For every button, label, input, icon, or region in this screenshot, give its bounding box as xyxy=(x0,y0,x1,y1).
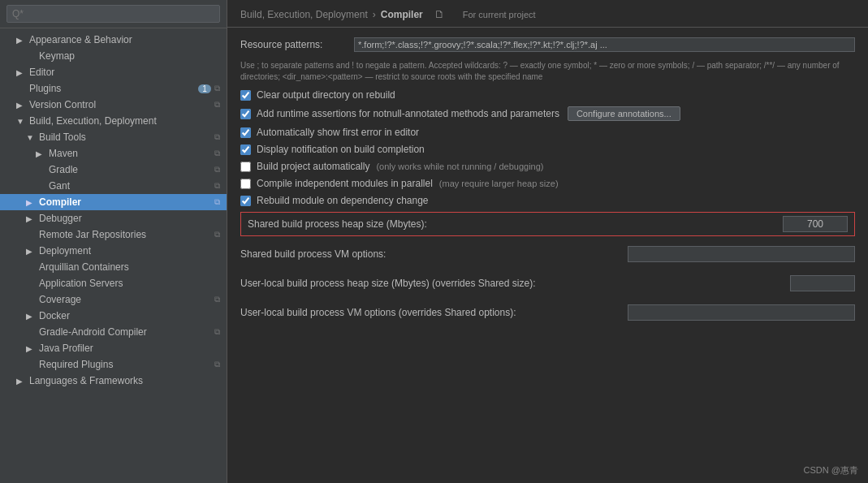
search-box xyxy=(0,0,227,28)
checkbox-show-first-error-input[interactable] xyxy=(240,127,251,138)
watermark: CSDN @惠青 xyxy=(804,464,858,477)
user-heap-label: User-local build process heap size (Mbyt… xyxy=(240,278,790,289)
main-header: Build, Execution, Deployment › Compiler … xyxy=(227,0,868,28)
vm-options-label: Shared build process VM options: xyxy=(240,248,628,260)
arrow-icon: ▶ xyxy=(26,344,36,353)
sidebar-item-appearance-behavior[interactable]: ▶ Appearance & Behavior xyxy=(0,32,227,48)
sidebar-item-application-servers[interactable]: ▶ Application Servers xyxy=(0,275,227,291)
sidebar-item-version-control[interactable]: ▶ Version Control ⧉ xyxy=(0,97,227,113)
sidebar-item-label: Gradle xyxy=(49,164,78,175)
checkbox-display-notification: Display notification on build completion xyxy=(240,144,855,155)
arrow-icon: ▶ xyxy=(16,68,26,77)
sidebar-item-languages-frameworks[interactable]: ▶ Languages & Frameworks xyxy=(0,373,227,389)
sidebar-item-arquillian[interactable]: ▶ Arquillian Containers xyxy=(0,259,227,275)
sidebar-tree: ▶ Appearance & Behavior ▶ Keymap ▶ Edito… xyxy=(0,28,227,392)
sidebar-item-maven[interactable]: ▶ Maven ⧉ xyxy=(0,145,227,162)
sidebar-item-editor[interactable]: ▶ Editor xyxy=(0,64,227,80)
sidebar-item-label: Appearance & Behavior xyxy=(29,34,132,45)
arrow-icon: ▶ xyxy=(16,101,26,110)
checkbox-clear-output-input[interactable] xyxy=(240,90,251,101)
user-heap-input[interactable] xyxy=(790,275,855,291)
heap-size-row: Shared build process heap size (Mbytes): xyxy=(240,212,855,236)
sidebar-item-build-execution-deployment[interactable]: ▼ Build, Execution, Deployment xyxy=(0,113,227,129)
resource-patterns-row: Resource patterns: xyxy=(240,37,855,55)
sidebar-item-label: Remote Jar Repositories xyxy=(39,229,146,240)
heap-size-label: Shared build process heap size (Mbytes): xyxy=(248,218,783,230)
sidebar-item-label: Maven xyxy=(49,148,78,159)
sidebar-item-docker[interactable]: ▶ Docker xyxy=(0,308,227,324)
breadcrumb-path1: Build, Execution, Deployment xyxy=(240,9,368,20)
sidebar-item-label: Plugins xyxy=(29,83,61,94)
heap-size-input[interactable] xyxy=(783,216,848,232)
sidebar-item-java-profiler[interactable]: ▶ Java Profiler xyxy=(0,340,227,356)
sidebar-item-label: Required Plugins xyxy=(39,359,113,370)
checkbox-add-runtime-input[interactable] xyxy=(240,109,251,119)
sidebar-item-label: Java Profiler xyxy=(39,343,93,354)
arrow-icon: ▶ xyxy=(26,247,36,256)
sidebar-item-label: Application Servers xyxy=(39,278,123,289)
copy-icon: ⧉ xyxy=(214,100,220,110)
sidebar-item-label: Build Tools xyxy=(39,132,86,143)
sidebar-item-required-plugins[interactable]: ▶ Required Plugins ⧉ xyxy=(0,356,227,373)
sidebar-item-label: Docker xyxy=(39,310,70,321)
for-project-label: For current project xyxy=(463,10,536,19)
sidebar-item-label: Languages & Frameworks xyxy=(29,375,143,386)
resource-patterns-label: Resource patterns: xyxy=(240,37,354,50)
sidebar-item-gant[interactable]: ▶ Gant ⧉ xyxy=(0,178,227,194)
build-automatically-note: (only works while not running / debuggin… xyxy=(376,162,543,171)
main-content: Build, Execution, Deployment › Compiler … xyxy=(227,0,868,483)
sidebar-item-label: Gradle-Android Compiler xyxy=(39,326,147,338)
copy-icon: ⧉ xyxy=(214,295,220,304)
configure-annotations-button[interactable]: Configure annotations... xyxy=(568,106,680,121)
copy-icon: ⧉ xyxy=(214,84,220,93)
checkbox-rebuild-dependency-label: Rebuild module on dependency change xyxy=(257,195,429,206)
sidebar-item-compiler[interactable]: ▶ Compiler ⧉ xyxy=(0,194,227,210)
checkbox-rebuild-dependency-input[interactable] xyxy=(240,196,251,206)
sidebar-item-gradle[interactable]: ▶ Gradle ⧉ xyxy=(0,162,227,178)
resource-patterns-desc: Use ; to separate patterns and ! to nega… xyxy=(240,60,855,83)
copy-icon: ⧉ xyxy=(214,230,220,239)
arrow-icon: ▶ xyxy=(26,198,36,207)
sidebar-item-gradle-android[interactable]: ▶ Gradle-Android Compiler ⧉ xyxy=(0,324,227,340)
arrow-icon: ▼ xyxy=(16,117,26,126)
checkbox-build-automatically-label: Build project automatically xyxy=(257,161,369,172)
arrow-icon: ▼ xyxy=(26,133,36,142)
checkbox-add-runtime: Add runtime assertions for notnull-annot… xyxy=(240,106,855,121)
copy-icon: ⧉ xyxy=(214,181,220,191)
arrow-icon: ▶ xyxy=(26,312,36,321)
arrow-icon: ▶ xyxy=(36,149,45,158)
checkbox-clear-output-label: Clear output directory on rebuild xyxy=(257,89,395,101)
sidebar-item-label: Keymap xyxy=(39,50,75,62)
copy-icon: ⧉ xyxy=(214,149,220,158)
sidebar-item-plugins[interactable]: ▶ Plugins 1 ⧉ xyxy=(0,80,227,97)
plugins-badge: 1 xyxy=(198,84,211,93)
sidebar: ▶ Appearance & Behavior ▶ Keymap ▶ Edito… xyxy=(0,0,227,483)
sidebar-item-keymap[interactable]: ▶ Keymap xyxy=(0,48,227,64)
breadcrumb-separator: › xyxy=(373,9,376,20)
user-heap-row: User-local build process heap size (Mbyt… xyxy=(240,272,855,295)
sidebar-item-deployment[interactable]: ▶ Deployment xyxy=(0,243,227,259)
user-vm-input[interactable] xyxy=(628,304,855,321)
checkbox-rebuild-dependency: Rebuild module on dependency change xyxy=(240,195,855,206)
breadcrumb-current: Compiler xyxy=(381,9,423,20)
sidebar-item-remote-jar[interactable]: ▶ Remote Jar Repositories ⧉ xyxy=(0,226,227,243)
checkbox-build-automatically-input[interactable] xyxy=(240,162,251,172)
sidebar-item-debugger[interactable]: ▶ Debugger xyxy=(0,210,227,226)
search-input[interactable] xyxy=(6,5,220,23)
sidebar-item-label: Arquillian Containers xyxy=(39,261,129,273)
settings-body: Resource patterns: Use ; to separate pat… xyxy=(227,28,868,483)
sidebar-item-build-tools[interactable]: ▼ Build Tools ⧉ xyxy=(0,129,227,145)
sidebar-item-label: Editor xyxy=(29,67,54,78)
checkbox-display-notification-input[interactable] xyxy=(240,144,251,155)
vm-options-input[interactable] xyxy=(628,246,855,262)
compile-parallel-note: (may require larger heap size) xyxy=(439,179,559,188)
checkbox-display-notification-label: Display notification on build completion xyxy=(257,144,425,155)
checkbox-add-runtime-label: Add runtime assertions for notnull-annot… xyxy=(257,108,559,119)
checkbox-compile-parallel-input[interactable] xyxy=(240,179,251,189)
sidebar-item-label: Gant xyxy=(49,180,70,192)
copy-icon: ⧉ xyxy=(214,165,220,175)
sidebar-item-coverage[interactable]: ▶ Coverage ⧉ xyxy=(0,291,227,308)
checkbox-compile-parallel: Compile independent modules in parallel … xyxy=(240,178,855,189)
sidebar-item-label: Compiler xyxy=(39,196,81,208)
resource-patterns-input[interactable] xyxy=(354,37,855,52)
